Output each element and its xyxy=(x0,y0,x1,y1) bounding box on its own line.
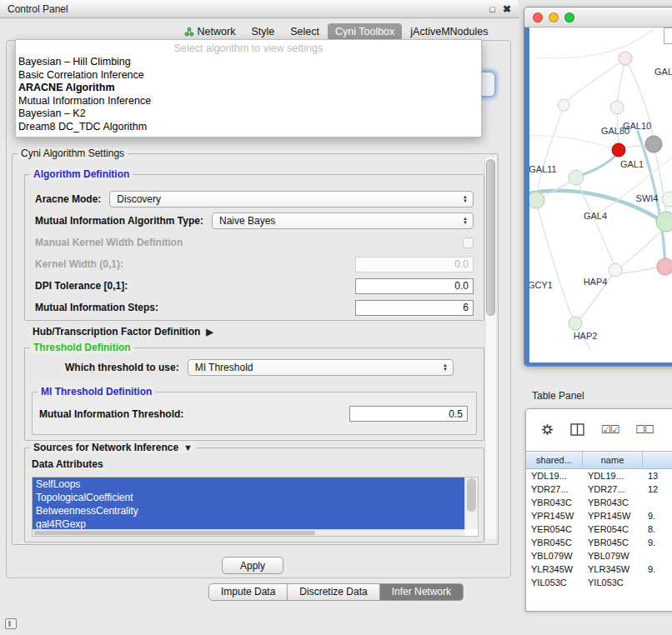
kernel-width-label: Kernel Width (0,1): xyxy=(35,258,123,270)
bottom-tab-impute-data[interactable]: Impute Data xyxy=(208,583,288,601)
attribute-item-gal4rgexp[interactable]: gal4RGexp xyxy=(33,518,464,529)
table-row[interactable]: YIL053CYIL053C xyxy=(526,576,672,589)
network-window-titlebar[interactable] xyxy=(524,8,672,28)
sources-for-network-inference-group: Sources for Network Inference ▼ Data Att… xyxy=(24,448,484,542)
column-header-shared[interactable]: shared... xyxy=(526,452,583,468)
dropdown-item-dream8-dc-tdc-algorithm[interactable]: Dream8 DC_TDC Algorithm xyxy=(16,121,481,134)
network-canvas[interactable]: GALGAL80GAL10GAL11GAL1SWI4GAL4GCY1HAP4HA… xyxy=(529,28,672,362)
network-edge[interactable] xyxy=(537,205,573,318)
column-header-name[interactable]: name xyxy=(583,452,643,468)
node-label-hap2: HAP2 xyxy=(574,331,598,341)
network-node[interactable] xyxy=(569,317,582,330)
dropdown-item-basic-correlation-inference[interactable]: Basic Correlation Inference xyxy=(16,69,481,82)
hub-factor-definition-toggle[interactable]: Hub/Transcription Factor Definition ▶ xyxy=(33,326,213,338)
threshold-definition-title: Threshold Definition xyxy=(30,342,134,353)
algorithm-dropdown: Select algorithm to view settings Bayesi… xyxy=(15,39,482,138)
attribute-item-selfloops[interactable]: SelfLoops xyxy=(33,478,464,491)
data-attributes-list[interactable]: SelfLoopsTopologicalCoefficientBetweenne… xyxy=(32,477,479,537)
which-threshold-select[interactable]: MI Threshold ▲▼ xyxy=(188,359,454,376)
table-cell: YBR043C xyxy=(526,498,583,508)
dpi-tolerance-input[interactable]: 0.0 xyxy=(355,278,474,294)
bottom-tab-infer-network[interactable]: Infer Network xyxy=(380,583,464,601)
tab-style[interactable]: Style xyxy=(243,23,282,40)
mini-panel-icon[interactable] xyxy=(5,618,17,629)
apply-button[interactable]: Apply xyxy=(222,557,283,574)
minimize-traffic-light-icon[interactable] xyxy=(549,12,559,22)
network-node[interactable] xyxy=(645,136,662,152)
network-icon xyxy=(184,27,194,37)
deselect-all-icon[interactable]: ☐☐ xyxy=(635,423,653,436)
network-edge[interactable] xyxy=(579,152,619,176)
network-edge[interactable] xyxy=(537,108,564,192)
network-node[interactable] xyxy=(619,52,632,65)
dropdown-item-mutual-information-inference[interactable]: Mutual Information Inference xyxy=(16,95,481,108)
network-node[interactable] xyxy=(609,263,622,277)
network-node[interactable] xyxy=(558,99,569,111)
expand-right-icon[interactable]: ▶ xyxy=(206,327,213,338)
tab-jactivemnodules[interactable]: jActiveMNodules xyxy=(403,23,495,40)
network-edge[interactable] xyxy=(620,268,659,273)
close-icon[interactable]: ✖ xyxy=(503,3,511,15)
manual-kernel-row: Manual Kernel Width Definition xyxy=(35,232,474,253)
manual-kernel-width-checkbox[interactable] xyxy=(463,238,474,248)
network-edge[interactable] xyxy=(621,229,663,267)
split-columns-icon[interactable] xyxy=(570,423,584,436)
control-panel-titlebar[interactable]: Control Panel □ ✖ xyxy=(0,0,519,18)
column-header-2[interactable] xyxy=(643,452,672,468)
mi-algorithm-type-select[interactable]: Naive Bayes ▲▼ xyxy=(212,212,474,229)
table-panel-card: ☑☑☐☐ shared...nameYDL19...YDL19...13YDR2… xyxy=(525,408,672,612)
algorithm-definition-group: Algorithm Definition Aracne Mode: Discov… xyxy=(24,174,484,321)
tab-network[interactable]: Network xyxy=(177,23,243,40)
sources-toggle[interactable]: Sources for Network Inference ▼ xyxy=(30,442,196,453)
settings-scrollbar-thumb[interactable] xyxy=(486,159,495,316)
attribute-item-topologicalcoefficient[interactable]: TopologicalCoefficient xyxy=(33,491,464,504)
network-edge[interactable] xyxy=(538,28,654,58)
network-node[interactable] xyxy=(657,258,672,275)
kernel-width-input[interactable]: 0.0 xyxy=(355,257,474,272)
threshold-definition-group: Threshold Definition Which threshold to … xyxy=(24,348,484,441)
network-node[interactable] xyxy=(569,170,584,185)
mi-steps-input[interactable]: 6 xyxy=(355,300,474,316)
network-node[interactable] xyxy=(656,212,672,232)
table-row[interactable]: YBL079WYBL079W xyxy=(526,549,672,562)
tab-cyni-toolbox[interactable]: Cyni Toolbox xyxy=(328,23,402,40)
zoom-traffic-light-icon[interactable] xyxy=(564,12,574,22)
list-vertical-scrollbar[interactable] xyxy=(464,478,478,529)
table-row[interactable]: YLR345WYLR345W9. xyxy=(526,562,672,576)
table-row[interactable]: YBR043CYBR043C xyxy=(526,496,672,509)
table-row[interactable]: YDL19...YDL19...13 xyxy=(526,469,672,482)
mi-threshold-input[interactable]: 0.5 xyxy=(349,406,468,422)
table-cell: YIL053C xyxy=(583,578,643,588)
table-row[interactable]: YBR045CYBR045C9. xyxy=(526,536,672,549)
tab-label: Style xyxy=(251,26,274,38)
mi-steps-row: Mutual Information Steps: 6 xyxy=(35,297,474,318)
close-traffic-light-icon[interactable] xyxy=(533,12,543,22)
data-attributes-label: Data Attributes xyxy=(32,458,103,470)
dropdown-item-aracne-algorithm[interactable]: ARACNE Algorithm xyxy=(16,82,481,95)
network-edge[interactable] xyxy=(565,58,625,102)
network-edge[interactable] xyxy=(529,136,613,148)
network-node[interactable] xyxy=(610,101,624,114)
dropdown-item-bayesian-hill-climbing[interactable]: Bayesian – Hill Climbing xyxy=(16,56,481,69)
float-window-icon[interactable]: □ xyxy=(489,4,495,14)
aracne-mode-select[interactable]: Discovery ▲▼ xyxy=(109,191,474,208)
which-threshold-label: Which threshold to use: xyxy=(65,362,179,373)
gear-icon[interactable] xyxy=(541,423,554,436)
table-row[interactable]: YER054CYER054C8. xyxy=(526,522,672,536)
attribute-item-betweennesscentrality[interactable]: BetweennessCentrality xyxy=(33,504,464,518)
settings-scrollbar[interactable] xyxy=(484,158,496,539)
table-panel-title: Table Panel xyxy=(532,390,584,402)
canvas-corner-control[interactable] xyxy=(664,28,672,44)
bottom-tab-discretize-data[interactable]: Discretize Data xyxy=(288,583,379,601)
list-horizontal-scrollbar[interactable] xyxy=(33,529,464,536)
tab-select[interactable]: Select xyxy=(283,23,327,40)
network-node[interactable] xyxy=(529,192,544,208)
dropdown-item-bayesian-k2[interactable]: Bayesian – K2 xyxy=(16,108,481,121)
dpi-tolerance-label: DPI Tolerance [0,1]: xyxy=(35,280,128,292)
table-row[interactable]: YPR145WYPR145W9. xyxy=(526,509,672,522)
network-edge[interactable] xyxy=(617,58,625,106)
select-all-icon[interactable]: ☑☑ xyxy=(601,423,619,436)
table-row[interactable]: YDR27...YDR27...12 xyxy=(526,482,672,496)
network-node[interactable] xyxy=(612,143,625,157)
network-graph[interactable]: GALGAL80GAL10GAL11GAL1SWI4GAL4GCY1HAP4HA… xyxy=(529,28,672,362)
